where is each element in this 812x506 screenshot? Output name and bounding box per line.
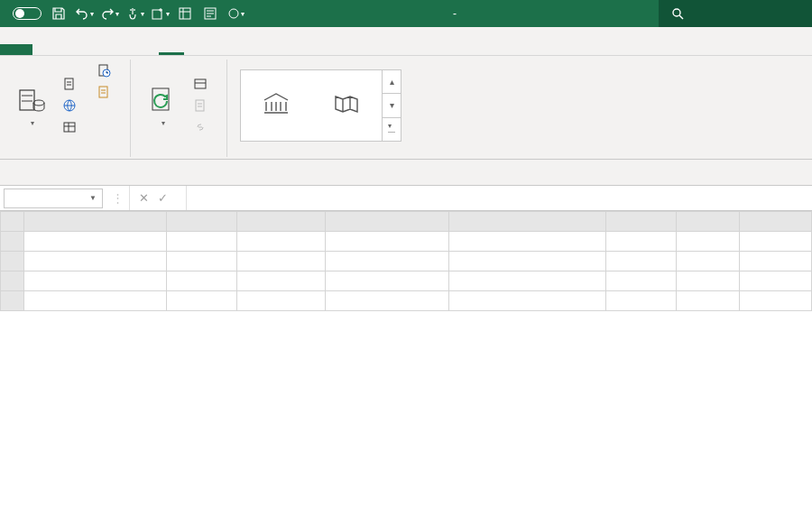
window-title: - bbox=[251, 7, 659, 20]
autosave-toggle[interactable] bbox=[7, 7, 42, 20]
tab-file[interactable] bbox=[0, 44, 32, 55]
recent-sources-button[interactable] bbox=[94, 61, 119, 79]
table-row[interactable] bbox=[1, 271, 812, 291]
tab-insert[interactable] bbox=[58, 44, 83, 55]
gallery-up-button[interactable]: ▴ bbox=[383, 70, 401, 94]
titlebar: ▾ ▾ ▾ ▾ ▾ - bbox=[0, 0, 812, 27]
col-header-E[interactable] bbox=[448, 212, 605, 232]
col-header-G[interactable] bbox=[676, 212, 739, 232]
from-table-button[interactable] bbox=[60, 118, 85, 136]
search-icon bbox=[671, 7, 684, 20]
queries-connections-button[interactable] bbox=[190, 75, 216, 93]
tab-formulas[interactable] bbox=[134, 44, 159, 55]
stocks-data-type[interactable] bbox=[241, 70, 311, 141]
queries-icon bbox=[192, 76, 208, 92]
properties-button bbox=[190, 97, 216, 115]
refresh-all-button[interactable]: ▾ bbox=[143, 83, 181, 129]
disclaimer-bar[interactable] bbox=[0, 160, 812, 186]
get-data-icon bbox=[16, 85, 47, 115]
col-header-H[interactable] bbox=[739, 212, 811, 232]
table-icon bbox=[61, 119, 78, 135]
name-box[interactable]: ▼ bbox=[4, 189, 103, 208]
table-row[interactable] bbox=[1, 232, 812, 252]
touch-mode-icon[interactable]: ▾ bbox=[126, 5, 143, 22]
col-header-F[interactable] bbox=[605, 212, 676, 232]
table-row[interactable] bbox=[1, 291, 812, 311]
redo-icon[interactable]: ▾ bbox=[101, 5, 117, 22]
formula-input[interactable] bbox=[186, 186, 812, 210]
from-web-button[interactable] bbox=[60, 97, 85, 115]
formula-bar: ▼ ⋮ ✕ ✓ bbox=[0, 186, 812, 211]
from-text-csv-button[interactable] bbox=[60, 75, 85, 93]
tab-timeline[interactable] bbox=[184, 44, 209, 55]
svg-rect-14 bbox=[195, 79, 206, 88]
gallery-more-button[interactable]: ▾— bbox=[383, 118, 401, 141]
group-get-transform: ▾ bbox=[7, 60, 131, 157]
svg-rect-7 bbox=[65, 78, 73, 89]
search-box[interactable] bbox=[659, 0, 812, 27]
tab-page-layout[interactable] bbox=[108, 44, 134, 55]
properties-icon bbox=[192, 97, 208, 114]
svg-rect-15 bbox=[196, 100, 204, 111]
globe-icon bbox=[61, 97, 78, 114]
svg-rect-9 bbox=[64, 123, 75, 132]
tab-draw[interactable] bbox=[83, 44, 108, 55]
gallery-down-button[interactable]: ▾ bbox=[383, 94, 401, 117]
col-header-B[interactable] bbox=[167, 212, 237, 232]
group-data-types: ▴ ▾ ▾— bbox=[235, 60, 412, 157]
file-text-icon bbox=[61, 76, 78, 92]
tab-data[interactable] bbox=[159, 44, 184, 55]
table-row[interactable] bbox=[1, 252, 812, 271]
enter-formula-icon: ✓ bbox=[158, 191, 168, 205]
get-data-button[interactable]: ▾ bbox=[13, 83, 51, 129]
save-icon[interactable] bbox=[51, 5, 67, 22]
form-icon[interactable] bbox=[202, 5, 218, 22]
spreadsheet-grid[interactable] bbox=[0, 211, 812, 311]
select-all-corner[interactable] bbox=[1, 212, 24, 232]
ribbon-tabs bbox=[0, 27, 812, 56]
connections-icon bbox=[96, 84, 112, 100]
geography-data-type[interactable] bbox=[311, 70, 382, 141]
tab-view[interactable] bbox=[235, 44, 260, 55]
new-sheet-icon[interactable]: ▾ bbox=[152, 5, 168, 22]
record-icon[interactable]: ▾ bbox=[227, 5, 244, 22]
bank-icon bbox=[261, 91, 291, 116]
ribbon: ▾ bbox=[0, 56, 812, 160]
svg-point-6 bbox=[33, 100, 44, 106]
tab-developer[interactable] bbox=[260, 44, 285, 55]
svg-rect-12 bbox=[99, 87, 107, 97]
existing-connections-button[interactable] bbox=[94, 83, 119, 101]
map-icon bbox=[331, 91, 362, 116]
svg-point-4 bbox=[673, 9, 680, 16]
svg-rect-5 bbox=[20, 90, 34, 110]
group-queries: ▾ bbox=[138, 60, 227, 157]
col-header-C[interactable] bbox=[237, 212, 326, 232]
svg-rect-1 bbox=[180, 8, 190, 19]
links-icon bbox=[192, 119, 208, 135]
cancel-formula-icon: ✕ bbox=[139, 191, 149, 205]
tab-review[interactable] bbox=[209, 44, 235, 55]
undo-icon[interactable]: ▾ bbox=[76, 5, 92, 22]
svg-point-3 bbox=[229, 9, 238, 18]
pivot-icon[interactable] bbox=[177, 5, 193, 22]
edit-links-button bbox=[190, 118, 216, 136]
refresh-icon bbox=[147, 85, 178, 115]
col-header-A[interactable] bbox=[24, 212, 167, 232]
tab-home[interactable] bbox=[32, 44, 58, 55]
col-header-D[interactable] bbox=[326, 212, 448, 232]
recent-icon bbox=[96, 62, 112, 78]
